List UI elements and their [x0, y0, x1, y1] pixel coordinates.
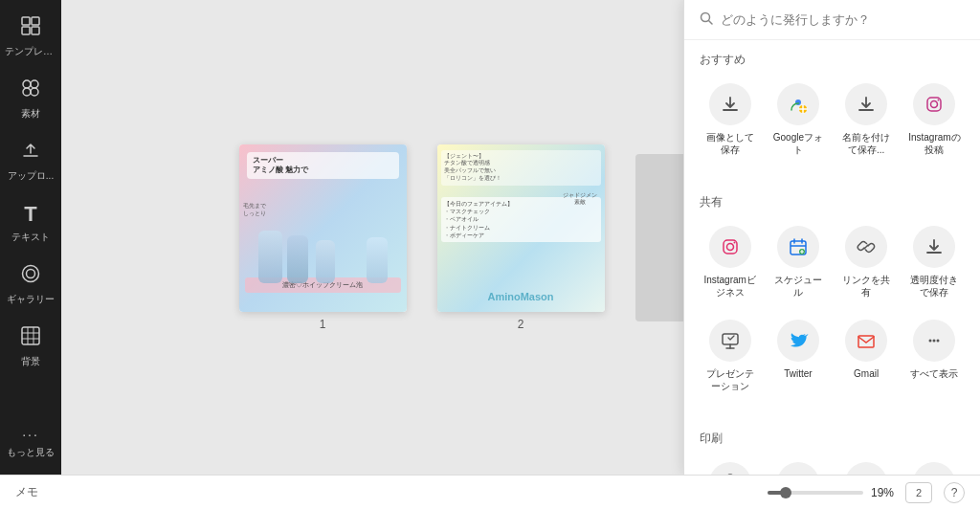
svg-point-5 — [31, 80, 38, 88]
share-link-label: リンクを共有 — [838, 274, 895, 299]
more-icon: ··· — [22, 427, 39, 442]
recommended-grid: 画像として保存 Googleフォト — [700, 77, 965, 162]
svg-rect-35 — [858, 336, 874, 347]
slider-thumb[interactable] — [780, 487, 791, 498]
schedule-item[interactable]: スケジュール — [768, 220, 828, 304]
sidebar-item-label: もっと見る — [7, 446, 55, 459]
twitter-icon-circle — [777, 320, 819, 362]
page-2-image[interactable]: 【ジェント〜】チタン酸で透明感美全パッフルで無い「ロリコン」を選び！ 【今日のフ… — [437, 144, 605, 312]
save-transparent-item[interactable]: 透明度付きで保存 — [904, 220, 965, 304]
save-name-item[interactable]: 名前を付けて保存... — [836, 77, 897, 162]
show-all-share-icon-circle — [913, 320, 955, 362]
google-photo-item[interactable]: Googleフォト — [768, 77, 828, 162]
print-section: 印刷 名刺を印刷する — [684, 419, 980, 475]
slider-track[interactable] — [768, 491, 863, 495]
memo-label: メモ — [15, 484, 756, 500]
save-transparent-icon-circle — [913, 226, 955, 268]
gmail-label: Gmail — [854, 367, 879, 380]
bottom-bar: メモ 19% 2 ? — [0, 475, 980, 509]
share-grid-2: プレゼンテーション Twitter — [700, 314, 965, 398]
svg-point-23 — [726, 244, 733, 251]
publish-popup: おすすめ 画像として保存 — [683, 0, 980, 475]
instagram-post-item[interactable]: Instagramの投稿 — [904, 77, 965, 162]
page-1-number: 1 — [320, 318, 326, 331]
schedule-icon-circle — [777, 226, 819, 268]
template-icon — [20, 15, 41, 41]
svg-line-16 — [709, 21, 713, 25]
svg-point-8 — [27, 270, 35, 278]
instagram-biz-item[interactable]: Instagramビジネス — [700, 220, 760, 304]
share-link-item[interactable]: リンクを共有 — [836, 220, 897, 304]
zoom-percent: 19% — [871, 486, 894, 499]
material-icon — [20, 77, 41, 103]
sidebar-item-label: ギャラリー — [7, 293, 55, 306]
page-1-thumb: スーパーアミノ酸 魅力で 毛先までしっとり 濃密♡ホイップクリーム泡 1 — [239, 144, 407, 331]
svg-point-6 — [23, 88, 31, 96]
save-image-icon-circle — [709, 83, 751, 125]
sidebar-item-material[interactable]: 素材 — [4, 70, 57, 128]
sidebar-item-label: アップロ... — [8, 169, 54, 183]
publish-search-input[interactable] — [721, 12, 965, 27]
print-card-item[interactable]: 名刺を印刷する — [700, 456, 760, 475]
upload-icon — [20, 140, 41, 166]
sidebar-item-text[interactable]: T テキスト — [4, 194, 57, 252]
svg-rect-2 — [22, 27, 30, 34]
print-flyer-icon-circle — [845, 462, 887, 475]
print-grid: 名刺を印刷する ポスターを印刷する — [700, 456, 965, 475]
svg-point-17 — [795, 100, 801, 105]
svg-point-21 — [938, 100, 940, 101]
background-icon — [20, 325, 41, 351]
instagram-icon-circle — [913, 83, 955, 125]
show-all-share-item[interactable]: すべて表示 — [904, 314, 965, 398]
presentation-label: プレゼンテーション — [702, 367, 758, 392]
gallery-icon — [20, 263, 41, 289]
print-flyer-item[interactable]: チラシを印刷する — [836, 456, 897, 475]
save-transparent-label: 透明度付きで保存 — [906, 274, 963, 299]
instagram-post-label: Instagramの投稿 — [906, 131, 963, 156]
text-icon: T — [24, 202, 36, 227]
svg-point-37 — [933, 340, 936, 343]
share-title: 共有 — [700, 194, 965, 210]
page-number: 2 — [916, 487, 922, 498]
google-photo-icon-circle — [777, 83, 819, 125]
print-card-icon-circle — [709, 462, 751, 475]
svg-point-38 — [937, 340, 940, 343]
twitter-item[interactable]: Twitter — [768, 314, 828, 398]
presentation-item[interactable]: プレゼンテーション — [700, 314, 760, 398]
print-title: 印刷 — [700, 431, 965, 447]
svg-point-9 — [23, 266, 39, 282]
gmail-item[interactable]: Gmail — [836, 314, 897, 398]
svg-point-36 — [929, 340, 932, 343]
save-name-icon-circle — [845, 83, 887, 125]
google-photo-label: Googleフォト — [769, 131, 826, 156]
sidebar-item-label: テキスト — [11, 231, 50, 244]
svg-rect-0 — [22, 17, 30, 25]
search-icon — [700, 11, 713, 28]
sidebar-item-label: テンプレー... — [5, 45, 56, 58]
page-display-button[interactable]: 2 — [905, 482, 932, 503]
share-section: 共有 Instagramビジネス — [684, 183, 980, 411]
recommended-section: おすすめ 画像として保存 — [684, 40, 980, 175]
print-poster-icon-circle — [777, 462, 819, 475]
print-poster-item[interactable]: ポスターを印刷する — [768, 456, 828, 475]
schedule-label: スケジュール — [769, 274, 826, 299]
svg-point-20 — [931, 101, 938, 108]
share-grid: Instagramビジネス — [700, 220, 965, 304]
sidebar-item-template[interactable]: テンプレー... — [4, 8, 57, 66]
save-name-label: 名前を付けて保存... — [838, 131, 895, 156]
share-link-icon-circle — [845, 226, 887, 268]
sidebar-item-more[interactable]: ··· もっと見る — [4, 419, 57, 467]
sidebar-item-upload[interactable]: アップロ... — [4, 132, 57, 190]
sidebar-item-gallery[interactable]: ギャラリー — [4, 255, 57, 314]
instagram-biz-label: Instagramビジネス — [702, 274, 758, 299]
page-1-image[interactable]: スーパーアミノ酸 魅力で 毛先までしっとり 濃密♡ホイップクリーム泡 — [239, 144, 407, 312]
instagram-biz-icon-circle — [709, 226, 751, 268]
svg-rect-1 — [32, 17, 39, 25]
save-image-item[interactable]: 画像として保存 — [700, 77, 760, 162]
help-button[interactable]: ? — [944, 482, 965, 503]
page-2-thumb: 【ジェント〜】チタン酸で透明感美全パッフルで無い「ロリコン」を選び！ 【今日のフ… — [437, 144, 605, 331]
show-all-print-item[interactable]: すべて表示 — [904, 456, 965, 475]
zoom-slider: 19% — [768, 486, 894, 499]
svg-point-7 — [31, 88, 38, 96]
sidebar-item-background[interactable]: 背景 — [4, 318, 57, 376]
